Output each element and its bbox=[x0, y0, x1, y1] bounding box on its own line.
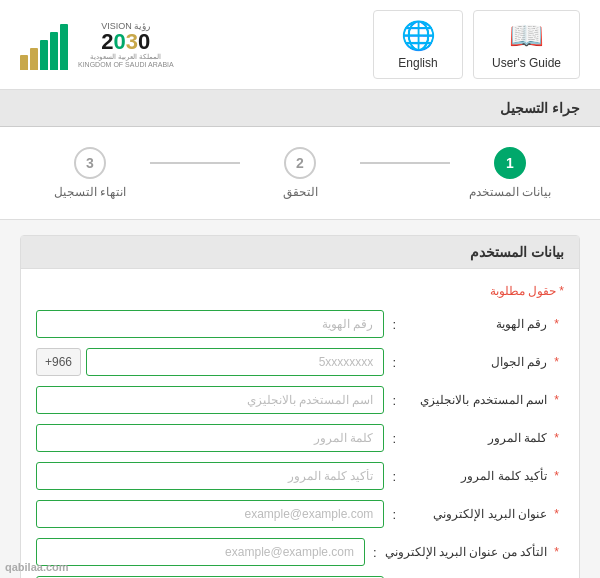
step-3-label: انتهاء التسجيل bbox=[54, 185, 126, 199]
step-2-circle: 2 bbox=[284, 147, 316, 179]
phone-input[interactable] bbox=[86, 348, 384, 376]
english-nav-label: English bbox=[398, 56, 437, 70]
phone-row: * رقم الجوال : +966 bbox=[36, 348, 564, 376]
user-data-section: بيانات المستخدم * حقول مطلوبة * رقم الهو… bbox=[20, 235, 580, 578]
username-input[interactable] bbox=[36, 386, 384, 414]
saudi-logo bbox=[20, 20, 68, 70]
confirm-password-input-area bbox=[36, 462, 384, 490]
email-input[interactable] bbox=[36, 500, 384, 528]
step-1-circle: 1 bbox=[494, 147, 526, 179]
section-body: * حقول مطلوبة * رقم الهوية : * رقم الجوا… bbox=[21, 269, 579, 578]
section-title: بيانات المستخدم bbox=[21, 236, 579, 269]
header: 🌐 English 📖 User's Guide VISION رؤية 203… bbox=[0, 0, 600, 90]
step-1: 1 بيانات المستخدم bbox=[450, 147, 570, 199]
password-row: * كلمة المرور : bbox=[36, 424, 564, 452]
phone-label: * رقم الجوال bbox=[404, 355, 564, 369]
email-input-area bbox=[36, 500, 384, 528]
watermark: qabilaa.com bbox=[5, 561, 69, 573]
id-number-row: * رقم الهوية : bbox=[36, 310, 564, 338]
phone-prefix: +966 bbox=[36, 348, 81, 376]
id-number-input[interactable] bbox=[36, 310, 384, 338]
step-line-1 bbox=[360, 162, 450, 164]
english-nav-button[interactable]: 🌐 English bbox=[373, 10, 463, 79]
kingdom-text-ar: المملكة العربية السعودية bbox=[78, 53, 174, 61]
stepper: 3 انتهاء التسجيل 2 التحقق 1 بيانات المست… bbox=[0, 127, 600, 220]
main-content: بيانات المستخدم * حقول مطلوبة * رقم الهو… bbox=[0, 220, 600, 578]
password-input[interactable] bbox=[36, 424, 384, 452]
username-label: * اسم المستخدم بالانجليزي bbox=[404, 393, 564, 407]
email-label: * عنوان البريد الإلكتروني bbox=[404, 507, 564, 521]
confirm-password-input[interactable] bbox=[36, 462, 384, 490]
confirm-email-input[interactable] bbox=[36, 538, 365, 566]
vision-logo: VISION رؤية 2030 المملكة العربية السعودي… bbox=[78, 21, 174, 68]
id-number-input-area bbox=[36, 310, 384, 338]
globe-icon: 🌐 bbox=[401, 19, 436, 52]
confirm-email-input-area bbox=[36, 538, 365, 566]
confirm-email-label: * التأكد من عنوان البريد الإلكتروني bbox=[385, 545, 564, 559]
logo-area: VISION رؤية 2030 المملكة العربية السعودي… bbox=[20, 20, 174, 70]
step-1-label: بيانات المستخدم bbox=[469, 185, 551, 199]
confirm-email-row: * التأكد من عنوان البريد الإلكتروني : bbox=[36, 538, 564, 566]
kingdom-text-en: KINGDOM OF SAUDI ARABIA bbox=[78, 61, 174, 68]
confirm-password-label: * تأكيد كلمة المرور bbox=[404, 469, 564, 483]
username-row: * اسم المستخدم بالانجليزي : bbox=[36, 386, 564, 414]
header-nav: 🌐 English 📖 User's Guide bbox=[373, 10, 580, 79]
confirm-password-row: * تأكيد كلمة المرور : bbox=[36, 462, 564, 490]
vision-2030: 2030 bbox=[78, 31, 174, 53]
step-2: 2 التحقق bbox=[240, 147, 360, 199]
guide-nav-button[interactable]: 📖 User's Guide bbox=[473, 10, 580, 79]
password-input-area bbox=[36, 424, 384, 452]
required-note: * حقول مطلوبة bbox=[36, 284, 564, 298]
password-label: * كلمة المرور bbox=[404, 431, 564, 445]
guide-nav-label: User's Guide bbox=[492, 56, 561, 70]
step-line-2 bbox=[150, 162, 240, 164]
email-row: * عنوان البريد الإلكتروني : bbox=[36, 500, 564, 528]
book-icon: 📖 bbox=[509, 19, 544, 52]
username-input-area bbox=[36, 386, 384, 414]
step-3-circle: 3 bbox=[74, 147, 106, 179]
step-2-label: التحقق bbox=[283, 185, 318, 199]
id-number-label: * رقم الهوية bbox=[404, 317, 564, 331]
step-3: 3 انتهاء التسجيل bbox=[30, 147, 150, 199]
phone-input-area: +966 bbox=[36, 348, 384, 376]
page-title: جراء التسجيل bbox=[0, 90, 600, 127]
